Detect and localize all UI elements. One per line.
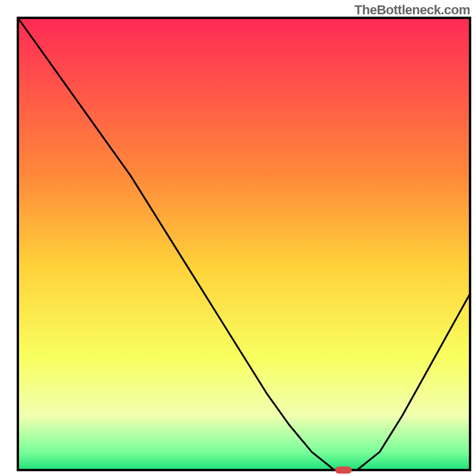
watermark-text: TheBottleneck.com (355, 2, 470, 18)
minimum-marker (335, 466, 352, 474)
gradient-background (18, 18, 470, 470)
chart-container: TheBottleneck.com (0, 0, 476, 476)
bottleneck-chart (0, 0, 476, 476)
